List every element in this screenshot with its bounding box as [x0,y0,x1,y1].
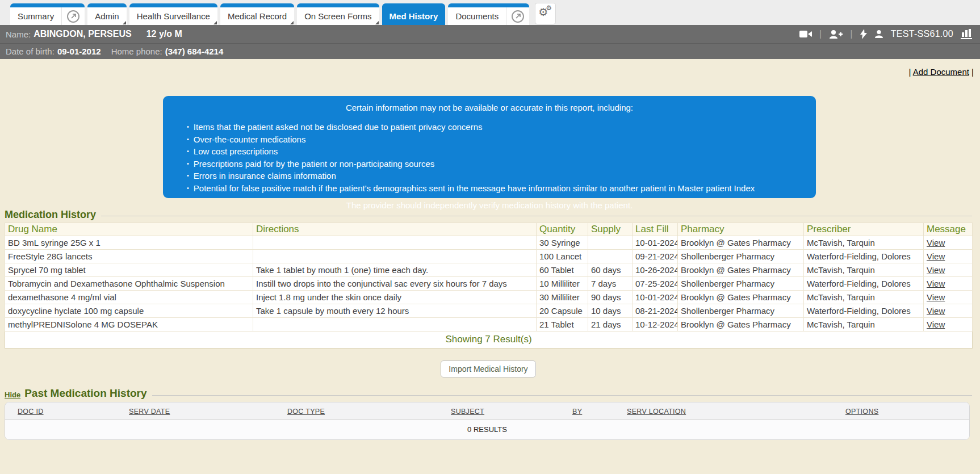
medication-row: Tobramycin and Dexamethasone Ophthalmic … [5,277,973,291]
view-message-link[interactable]: View [927,265,945,275]
notice-bullet: Potential for false positive match if th… [187,183,806,195]
cell-supply: 10 days [588,304,633,318]
divider-rule [152,395,972,396]
medication-history-header: Medication History [5,209,972,221]
past-column-sort-options[interactable]: OPTIONS [845,408,878,416]
past-medication-history-header: Hide Past Medication History [5,387,972,400]
cell-message: View [924,250,973,263]
column-header-drug-name: Drug Name [5,223,253,236]
bar-chart-icon[interactable] [961,29,972,39]
cell-drug-name: FreeStyle 28G lancets [5,250,253,263]
view-message-link[interactable]: View [927,251,945,261]
cell-drug-name: BD 3mL syringe 25G x 1 [5,236,253,250]
view-message-link[interactable]: View [927,238,945,248]
add-user-icon[interactable] [829,30,843,39]
table-header-row: Drug NameDirectionsQuantitySupplyLast Fi… [5,223,973,236]
add-document-row: | Add Document | [908,67,974,77]
past-column-sort-doc-id[interactable]: DOC ID [18,408,44,416]
med-history-page: SummaryAdminHealth SurveillanceMedical R… [0,0,980,474]
import-button-row: Import Medical History [5,360,972,377]
medication-row: FreeStyle 28G lancets100 Lancet09-21-202… [5,250,973,263]
past-column-sort-by[interactable]: BY [572,408,582,416]
column-header-pharmacy: Pharmacy [678,223,804,236]
cell-quantity: 60 Tablet [537,263,588,277]
gear-small-icon: ⚙ [546,4,552,12]
cell-message: View [924,277,973,291]
cell-directions: Inject 1.8 mg under the skin once daily [253,291,537,304]
patient-banner-row2: Date of birth: 09-01-2012 Home phone: (3… [0,44,980,59]
column-header-supply: Supply [588,223,633,236]
tab-documents[interactable]: Documents [448,3,529,25]
tab-label: Med History [382,7,446,25]
notice-bullet: Prescriptions paid for by the patient or… [187,158,806,171]
tab-bar: SummaryAdminHealth SurveillanceMedical R… [0,0,980,25]
medication-row: dexamethasone 4 mg/ml vialInject 1.8 mg … [5,291,973,304]
tab-med-history[interactable]: Med History [382,3,446,25]
cell-message: View [924,318,973,332]
view-message-link[interactable]: View [927,279,945,288]
main-content: Medication History Drug NameDirectionsQu… [5,209,972,440]
import-medical-history-button[interactable]: Import Medical History [441,360,535,377]
medication-row: doxycycline hyclate 100 mg capsuleTake 1… [5,304,973,318]
tab-label: Summary [10,7,61,25]
cell-quantity: 21 Tablet [537,318,588,332]
cell-message: View [924,291,973,304]
medication-row: BD 3mL syringe 25G x 130 Syringe10-01-20… [5,236,973,250]
hide-link[interactable]: Hide [5,391,20,399]
phone-label: Home phone: [111,47,162,56]
tab-summary[interactable]: Summary [10,3,85,25]
cell-prescriber: Waterford-Fielding, Dolores [804,250,924,263]
divider: | [819,28,822,40]
view-message-link[interactable]: View [927,292,945,302]
cell-last-fill: 10-12-2024 [633,318,678,332]
patient-phone: (347) 684-4214 [165,47,224,56]
cell-prescriber: Waterford-Fielding, Dolores [804,277,924,291]
tab-popout-button[interactable] [61,7,85,25]
column-header-quantity: Quantity [537,223,588,236]
dropdown-corner-icon [375,21,379,24]
medication-history-title: Medication History [5,209,96,221]
notice-bullet: Errors in insurance claims information [187,170,806,183]
tab-label: On Screen Forms [297,7,379,25]
cell-directions: Instill two drops into the conjunctival … [253,277,537,291]
dob-label: Date of birth: [6,47,55,56]
patient-name: ABINGDON, PERSEUS [33,29,131,39]
user-icon[interactable] [874,30,883,39]
cell-message: View [924,263,973,277]
divider-rule [101,216,972,216]
workstation-name: TEST-SS61.00 [891,29,953,39]
tab-on-screen-forms[interactable]: On Screen Forms [297,3,379,25]
cell-prescriber: McTavish, Tarquin [804,291,924,304]
cell-directions [253,236,537,250]
settings-button[interactable]: ⚙ ⚙ [535,3,556,24]
past-column-sort-serv-date[interactable]: SERV DATE [129,408,170,416]
add-document-link[interactable]: Add Document [913,67,969,77]
tab-label: Health Surveillance [129,7,217,25]
tab-popout-button[interactable] [506,7,529,25]
lightning-icon[interactable] [860,29,867,39]
video-camera-icon[interactable] [799,30,812,39]
past-column-sort-doc-type[interactable]: DOC TYPE [287,408,325,416]
cell-drug-name: methylPREDNISolone 4 MG DOSEPAK [5,318,253,332]
cell-supply: 60 days [588,263,633,277]
cell-directions [253,318,537,332]
past-column-sort-serv-location[interactable]: SERV LOCATION [627,408,686,416]
notice-bullet: Low cost prescriptions [187,146,806,158]
column-header-last-fill: Last Fill [633,223,678,236]
medication-row: methylPREDNISolone 4 MG DOSEPAK21 Tablet… [5,318,973,332]
cell-last-fill: 10-01-2024 [633,236,678,250]
dropdown-corner-icon [290,21,294,24]
past-column-sort-subject[interactable]: SUBJECT [451,408,484,416]
patient-age-sex: 12 y/o M [146,29,182,39]
cell-last-fill: 07-25-2024 [633,277,678,291]
divider: | [850,28,852,40]
popout-arrow-icon [512,10,524,23]
cell-supply: 90 days [588,291,633,304]
disclaimer-notice: Certain information may not be available… [163,96,816,198]
tab-health-surveillance[interactable]: Health Surveillance [129,3,217,25]
notice-bullet-list: Items that the patient asked not be disc… [187,121,806,195]
tab-admin[interactable]: Admin [87,3,127,25]
view-message-link[interactable]: View [927,306,945,316]
tab-medical-record[interactable]: Medical Record [220,3,294,25]
view-message-link[interactable]: View [927,320,945,329]
